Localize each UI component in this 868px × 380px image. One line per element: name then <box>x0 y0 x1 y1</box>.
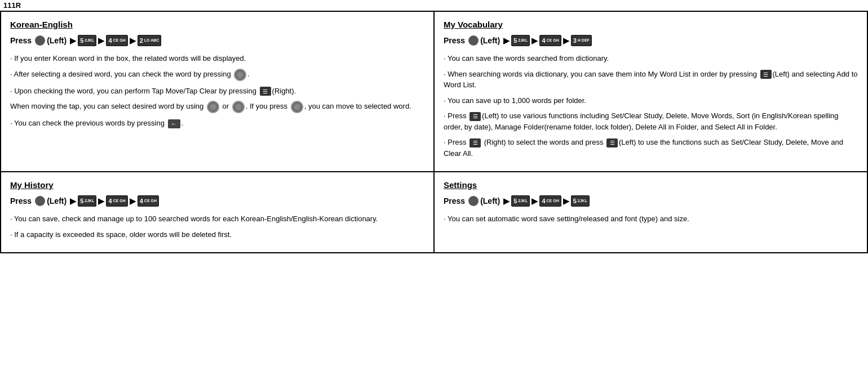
key-mh-3: 4CE GH <box>138 195 159 207</box>
ke-bullet-5: · You can check the previous words by pr… <box>10 118 424 129</box>
circle-btn-mh <box>35 196 45 206</box>
my-vocabulary-press: Press (Left) ▶ 52JKL ▶ 4CE GH ▶ 3H DEF <box>444 35 858 46</box>
settings-press: Press (Left) ▶ 52JKL ▶ 4CE GH ▶ 52JKL <box>444 195 858 207</box>
korean-english-press: Press (Left) ▶ 52JKL ▶ 4CE GH ▶ 2LO ABC <box>10 35 424 46</box>
mv-bullet-2: · When searching words via dictionary, y… <box>444 69 858 91</box>
press-label-mh: Press <box>10 196 32 205</box>
page-number: 111R <box>0 0 868 11</box>
cell-my-history: My History Press (Left) ▶ 52JKL ▶ 4CE GH… <box>1 172 434 253</box>
press-label-s: Press <box>444 196 465 205</box>
mh-bullet-2: · If a capacity is exceeded its space, o… <box>10 229 424 240</box>
arrow-mv-2: ▶ <box>532 36 538 45</box>
key-mh-2: 4CE GH <box>106 195 127 207</box>
key-mv-1: 52JKL <box>511 35 530 46</box>
key-mh-1: 52JKL <box>78 195 96 207</box>
arrow-mv-3: ▶ <box>563 36 569 45</box>
left-label-s: (Left) <box>480 196 500 205</box>
ke-bullet-1: · If you enter Korean word in the box, t… <box>10 53 424 64</box>
mv-bullet-1: · You can save the words searched from d… <box>444 53 858 64</box>
key-s-3: 52JKL <box>571 195 590 207</box>
key-s-1: 52JKL <box>511 195 530 207</box>
circle-btn-mv <box>468 35 479 46</box>
key-ke-2: 4CE GH <box>106 35 127 46</box>
main-grid: Korean-English Press (Left) ▶ 52JKL ▶ 4C… <box>0 11 868 253</box>
key-s-2: 4CE GH <box>539 195 561 207</box>
arrow-s-3: ▶ <box>563 196 569 205</box>
mv-bullet-5: · Press ☰ (Right) to select the words an… <box>444 137 858 159</box>
left-label-mv: (Left) <box>480 36 500 45</box>
key-ke-1: 52JKL <box>78 35 96 46</box>
press-label-ke: Press <box>10 36 32 45</box>
key-mv-3: 3H DEF <box>571 35 592 46</box>
mv-bullet-3: · You can save up to 1,000 words per fol… <box>444 95 858 106</box>
ke-bullet-3: · Upon checking the word, you can perfor… <box>10 86 424 97</box>
press-label-mv: Press <box>444 36 465 45</box>
left-label-ke: (Left) <box>47 36 67 45</box>
arrow-mv-1: ▶ <box>503 36 510 45</box>
mv-bullet-4: · Press ☰(Left) to use various functions… <box>444 110 858 132</box>
cell-settings: Settings Press (Left) ▶ 52JKL ▶ 4CE GH ▶… <box>434 172 867 253</box>
arrow-s-1: ▶ <box>503 196 510 205</box>
ke-bullet-4: When moving the tap, you can select desi… <box>10 101 424 113</box>
arrow-s-2: ▶ <box>532 196 538 205</box>
arrow-mh-2: ▶ <box>98 196 104 205</box>
settings-title: Settings <box>444 180 858 190</box>
s-bullet-1: · You can set automatic word save settin… <box>444 213 858 225</box>
circle-btn-ke <box>35 35 45 46</box>
arrow-ke-3: ▶ <box>130 36 136 45</box>
left-label-mh: (Left) <box>47 196 67 205</box>
my-history-title: My History <box>10 180 424 190</box>
arrow-ke-1: ▶ <box>70 36 76 45</box>
ke-bullet-2: · After selecting a desired word, you ca… <box>10 69 424 81</box>
arrow-ke-2: ▶ <box>98 36 104 45</box>
arrow-mh-1: ▶ <box>70 196 76 205</box>
circle-btn-s <box>468 196 479 206</box>
my-history-press: Press (Left) ▶ 52JKL ▶ 4CE GH ▶ 4CE GH <box>10 195 424 207</box>
cell-my-vocabulary: My Vocabulary Press (Left) ▶ 52JKL ▶ 4CE… <box>434 11 867 172</box>
key-ke-3: 2LO ABC <box>138 35 162 46</box>
key-mv-2: 4CE GH <box>539 35 561 46</box>
cell-korean-english: Korean-English Press (Left) ▶ 52JKL ▶ 4C… <box>1 11 434 172</box>
mh-bullet-1: · You can save, check and manage up to 1… <box>10 213 424 225</box>
arrow-mh-3: ▶ <box>130 196 136 205</box>
my-vocabulary-title: My Vocabulary <box>444 20 858 29</box>
korean-english-title: Korean-English <box>10 20 424 29</box>
